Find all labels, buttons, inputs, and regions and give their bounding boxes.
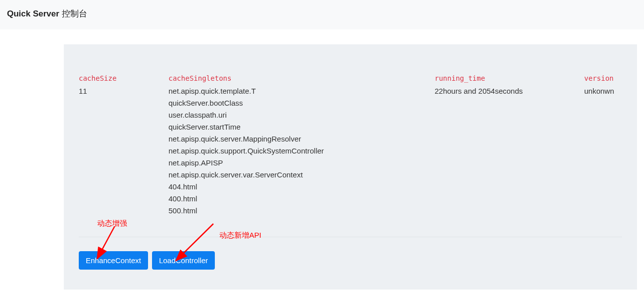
arrow-icon: [161, 220, 221, 265]
metric-cache-size: cacheSize 11: [79, 74, 168, 217]
app-header: Quick Server 控制台: [0, 0, 644, 29]
button-row: EnhanceContext LoadController: [79, 251, 622, 270]
svg-line-1: [97, 226, 115, 259]
singleton-item: quickServer.startTime: [168, 121, 435, 133]
singleton-item: quickServer.bootClass: [168, 97, 435, 109]
cache-size-value: 11: [79, 85, 168, 97]
singleton-item: net.apisp.quick.server.MappingResolver: [168, 133, 435, 145]
singleton-item: net.apisp.APISP: [168, 157, 435, 169]
arrow-icon: [85, 224, 135, 264]
svg-line-3: [176, 224, 213, 261]
singleton-item: 500.html: [168, 205, 435, 217]
page-title: Quick Server 控制台: [7, 8, 637, 19]
singleton-item: 404.html: [168, 181, 435, 193]
metric-running-time: running_time 22hours and 2054seconds: [435, 74, 584, 217]
version-label: version: [584, 74, 622, 82]
metric-version: version unkonwn: [584, 74, 622, 217]
singleton-item: net.apisp.quick.server.var.ServerContext: [168, 169, 435, 181]
metric-cache-singletons: cacheSingletons net.apisp.quick.template…: [168, 74, 435, 217]
running-time-label: running_time: [435, 74, 584, 82]
singleton-item: 400.html: [168, 193, 435, 205]
metrics-row: cacheSize 11 cacheSingletons net.apisp.q…: [79, 74, 622, 237]
running-time-value: 22hours and 2054seconds: [435, 85, 584, 97]
version-value: unkonwn: [584, 85, 622, 97]
singleton-item: user.classpath.uri: [168, 109, 435, 121]
singleton-list: net.apisp.quick.template.TquickServer.bo…: [168, 85, 435, 217]
cache-singletons-label: cacheSingletons: [168, 74, 435, 82]
singleton-item: net.apisp.quick.template.T: [168, 85, 435, 97]
cache-size-label: cacheSize: [79, 74, 168, 82]
main-panel: cacheSize 11 cacheSingletons net.apisp.q…: [64, 44, 637, 290]
singleton-item: net.apisp.quick.support.QuickSystemContr…: [168, 145, 435, 157]
